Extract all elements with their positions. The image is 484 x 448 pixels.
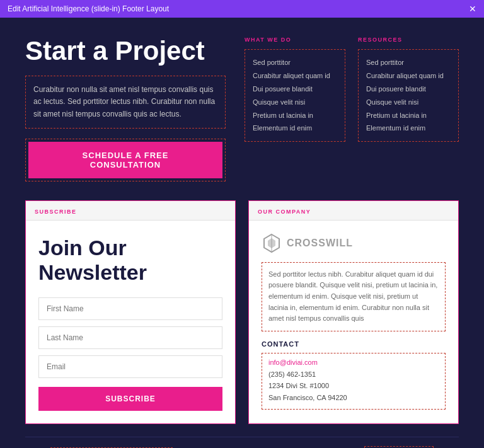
- contact-title: CONTACT: [262, 340, 446, 348]
- list-item: Pretium ut lacinia in: [253, 109, 337, 122]
- contact-phone: (235) 462-1351: [268, 369, 439, 381]
- subscribe-card-header: SUBSCRIBE: [26, 201, 235, 221]
- hero-left: Start a Project Curabitur non nulla sit …: [25, 37, 226, 181]
- email-input[interactable]: [38, 355, 222, 378]
- newsletter-title: Join Our Newsletter: [38, 236, 222, 285]
- contact-info: info@diviai.com (235) 462-1351 1234 Divi…: [262, 353, 446, 410]
- list-item: Quisque velit nisi: [366, 96, 451, 109]
- hero-right: WHAT WE DO Sed porttitor Curabitur aliqu…: [245, 37, 459, 181]
- main-content: Start a Project Curabitur non nulla sit …: [0, 18, 484, 448]
- list-item: Quisque velit nisi: [253, 96, 337, 109]
- cta-button[interactable]: SCHEDULE A FREE CONSULTATION: [28, 142, 222, 178]
- list-item: Pretium ut lacinia in: [366, 109, 451, 122]
- company-card: OUR COMPANY CROSSWILL Sed porttitor lect…: [248, 200, 459, 424]
- list-item: Sed porttitor: [253, 56, 337, 69]
- subscribe-button[interactable]: SUBSCRIBE: [38, 387, 222, 411]
- title-bar: Edit Artificial Intelligence (slide-in) …: [0, 0, 484, 18]
- resources-title: RESOURCES: [358, 37, 459, 43]
- list-item: Dui posuere blandit: [253, 83, 337, 96]
- company-header-label: OUR COMPANY: [258, 209, 311, 215]
- list-item: Curabitur aliquet quam id: [366, 69, 451, 83]
- what-we-do-list: Sed porttitor Curabitur aliquet quam id …: [245, 49, 345, 142]
- contact-address2: San Francisco, CA 94220: [268, 392, 439, 404]
- first-name-input[interactable]: [38, 297, 222, 320]
- company-card-header: OUR COMPANY: [249, 201, 458, 221]
- close-button[interactable]: ✕: [469, 4, 476, 13]
- hero-section: Start a Project Curabitur non nulla sit …: [25, 37, 459, 181]
- subscribe-card: SUBSCRIBE Join Our Newsletter SUBSCRIBE: [25, 200, 236, 424]
- subscribe-header-label: SUBSCRIBE: [35, 209, 77, 215]
- company-body: CROSSWILL Sed porttitor lectus nibh. Cur…: [249, 221, 458, 422]
- last-name-input[interactable]: [38, 326, 222, 349]
- company-description: Sed porttitor lectus nibh. Curabitur ali…: [262, 262, 446, 331]
- resources-column: RESOURCES Sed porttitor Curabitur alique…: [358, 37, 459, 181]
- what-we-do-column: WHAT WE DO Sed porttitor Curabitur aliqu…: [245, 37, 345, 181]
- list-item: Dui posuere blandit: [366, 83, 451, 96]
- company-logo-text: CROSSWILL: [287, 238, 353, 249]
- hero-title: Start a Project: [25, 37, 226, 66]
- list-item: Elementum id enim: [366, 122, 451, 135]
- contact-email: info@diviai.com: [268, 359, 439, 366]
- cta-wrapper: SCHEDULE A FREE CONSULTATION: [25, 139, 226, 181]
- list-item: Elementum id enim: [253, 122, 337, 135]
- hero-description: Curabitur non nulla sit amet nisl tempus…: [25, 76, 226, 129]
- subscribe-body: Join Our Newsletter SUBSCRIBE: [26, 221, 235, 423]
- list-item: Curabitur aliquet quam id: [253, 69, 337, 83]
- contact-address1: 1234 Divi St. #1000: [268, 380, 439, 392]
- list-item: Sed porttitor: [366, 56, 451, 69]
- title-bar-label: Edit Artificial Intelligence (slide-in) …: [8, 4, 169, 13]
- footer: Copyright © 2021 Company Name f 𝕏 ◎ ▶: [25, 437, 459, 448]
- what-we-do-title: WHAT WE DO: [245, 37, 345, 43]
- resources-list: Sed porttitor Curabitur aliquet quam id …: [358, 49, 459, 142]
- company-logo: CROSSWILL: [262, 233, 446, 253]
- bottom-section: SUBSCRIBE Join Our Newsletter SUBSCRIBE …: [25, 200, 459, 424]
- crosswill-logo-icon: [262, 233, 282, 253]
